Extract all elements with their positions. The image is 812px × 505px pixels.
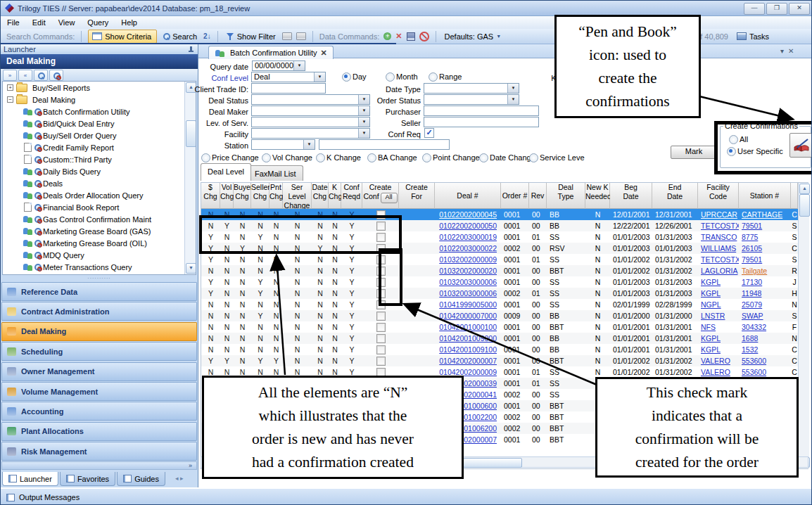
grid-row[interactable]: NNNNNNNNY01042001009100000100BBN01/01/20… [201, 344, 798, 355]
create-conf-checkbox[interactable] [376, 323, 386, 332]
expand-icon[interactable]: + [7, 84, 13, 91]
sidebar-section-volume-management[interactable]: Volume Management [1, 382, 197, 401]
facility-combo[interactable]: ▼ [251, 128, 370, 139]
column-header-vol-chg[interactable]: VolChg [220, 183, 234, 209]
search-button[interactable]: Search [161, 32, 199, 41]
grid-row[interactable]: YNNYNNNNY01032003000006000201SSN01/01/20… [201, 288, 798, 299]
column-header-deal-[interactable]: Deal # [435, 183, 501, 209]
scroll-thumb[interactable] [463, 458, 522, 468]
tree-item-batch-confirmation-utility[interactable]: Batch Confirmation Utility [3, 106, 196, 117]
create-conf-checkbox[interactable] [376, 357, 386, 366]
tree-item-financial-book-report[interactable]: Financial Book Report [3, 201, 196, 213]
print-icon[interactable] [282, 32, 292, 40]
column-header-buyer-chg[interactable]: BuyerChg [234, 183, 251, 209]
delete-record-icon[interactable]: ✕ [395, 32, 402, 41]
sidebar-section-contract-administration[interactable]: Contract Administration [1, 302, 197, 321]
radio-k-change[interactable] [316, 153, 325, 162]
tasks-button[interactable]: Tasks [749, 32, 769, 41]
tree-item-daily-bids-query[interactable]: Daily Bids Query [3, 165, 196, 177]
sidebar-section-owner-management[interactable]: Owner Management [1, 362, 197, 381]
collapse-icon[interactable]: − [7, 96, 13, 103]
minimize-button[interactable]: — [744, 3, 765, 15]
sidebar-section-plant-allocations[interactable]: Plant Allocations [1, 422, 197, 441]
grid-row[interactable]: NNNNNNNNY01041999005000000100SSN02/01/19… [201, 299, 798, 310]
seller-input[interactable] [424, 117, 539, 127]
tab-batch-confirmation-utility[interactable]: Batch Confirmation Utility ✕ [208, 46, 334, 59]
pin-icon[interactable] [189, 46, 194, 53]
sidebar-tab-guides[interactable]: Guides [117, 472, 165, 486]
radio-range[interactable] [429, 72, 438, 82]
select-all-button[interactable]: All [381, 193, 398, 203]
output-messages-bar[interactable]: Output Messages [1, 487, 812, 505]
radio-day[interactable] [342, 72, 351, 82]
subtab-faxmail-list[interactable]: FaxMail List [248, 165, 303, 181]
tree-item-deal-making[interactable]: −Deal Making [3, 94, 196, 106]
close-tab-icon[interactable]: ✕ [321, 49, 327, 58]
tree-item-marketing-grease-board-gas-[interactable]: Marketing Grease Board (GAS) [3, 225, 196, 237]
dropdown-icon[interactable]: ▼ [293, 61, 305, 70]
lev-of-serv-combo[interactable]: ▼ [251, 117, 370, 127]
sidebar-overflow-chevron[interactable]: » [1, 461, 197, 470]
create-conf-checkbox[interactable] [376, 334, 386, 343]
dropdown-icon[interactable]: ▼ [507, 95, 519, 104]
tree-item-custom-third-party[interactable]: Custom::Third Party [3, 153, 196, 165]
purchaser-input[interactable] [424, 106, 539, 116]
grid-row[interactable]: NNNNNNNNY01032002000020000100BBTN01/01/2… [201, 265, 798, 276]
deal-status-combo[interactable]: ▼ [251, 94, 370, 105]
dropdown-icon[interactable]: ▼ [314, 72, 325, 82]
tree-item-credit-family-report[interactable]: Credit Family Report [3, 141, 196, 153]
defaults-dropdown[interactable]: Defaults: GAS ▼ [443, 32, 504, 41]
mark-button[interactable]: Mark [671, 146, 717, 159]
tab-scroll-arrows[interactable]: ◂ ▸ [175, 475, 184, 482]
column-header-rev-[interactable]: Rev # [529, 183, 547, 209]
panel-controls[interactable]: ▾✕ [780, 47, 804, 55]
column-header-beg-date[interactable]: BegDate [610, 183, 652, 209]
deal-maker-combo[interactable]: ▼ [251, 106, 370, 116]
dropdown-icon[interactable]: ▼ [303, 140, 315, 149]
grid-row[interactable]: YNNYNNNNY01032003000006000100SSN01/01/20… [201, 276, 798, 288]
column-header-facility-code[interactable]: FacilityCode [698, 183, 739, 209]
grid-row[interactable]: NNNYNNNNY01042000007000000900BBN01/01/20… [201, 310, 798, 321]
sidebar-tab-favorites[interactable]: Favorites [60, 472, 115, 486]
tree-item-buy-sell-reports[interactable]: +Buy/Sell Reports [3, 82, 196, 94]
tree-item-marketing-grease-board-oil-[interactable]: Marketing Grease Board (OIL) [3, 237, 196, 249]
client-trade-id-input[interactable] [251, 83, 326, 94]
sidebar-section-deal-making[interactable]: Deal Making [1, 322, 197, 341]
tree-item-deals[interactable]: Deals [3, 177, 196, 189]
add-record-icon[interactable]: + [383, 32, 391, 40]
cancel-icon[interactable] [419, 32, 429, 41]
grid-row[interactable]: NNNNNNNNY01042001000100000100BBTN01/01/2… [201, 321, 798, 333]
radio-price-change[interactable] [201, 153, 210, 162]
tree-search-button[interactable] [34, 70, 48, 81]
column-header-date-chg[interactable]: DateChg [312, 183, 329, 209]
column-header-pnt-chg[interactable]: PntChg [269, 183, 283, 209]
menu-help[interactable]: Help [115, 16, 144, 29]
save-icon[interactable] [407, 32, 415, 41]
expand-all-button[interactable]: « [18, 70, 32, 81]
sort-icon[interactable]: 2↓ [203, 32, 211, 40]
scroll-up-icon[interactable]: ▲ [799, 184, 810, 194]
menu-file[interactable]: File [1, 16, 26, 29]
tree-search-clear-button[interactable] [49, 70, 63, 81]
radio-vol-change[interactable] [262, 153, 271, 162]
grid-row[interactable]: YNNNNNNNY01032002000009000101SSN01/01/20… [201, 254, 798, 265]
menu-edit[interactable]: Edit [26, 16, 52, 29]
print-preview-icon[interactable] [296, 32, 306, 40]
sidebar-section-scheduling[interactable]: Scheduling [1, 342, 197, 361]
column-header-order-[interactable]: Order # [501, 183, 529, 209]
grid-vertical-scrollbar[interactable]: ▲ ▼ [798, 183, 809, 468]
conf-level-combo[interactable]: Deal▼ [251, 72, 326, 82]
scroll-down-icon[interactable]: ▼ [186, 263, 196, 274]
show-filter-button[interactable]: Show Filter [224, 32, 278, 41]
order-status-combo[interactable]: ▼ [424, 94, 519, 105]
column-header-new-k-needed[interactable]: New KNeeded [585, 183, 610, 209]
date-type-combo[interactable]: ▼ [424, 83, 519, 94]
station-combo[interactable]: ▼ [251, 139, 315, 150]
column-header-k-chg[interactable]: KChg [329, 183, 341, 209]
create-conf-checkbox[interactable] [376, 345, 386, 354]
restore-button[interactable]: ❐ [766, 3, 787, 15]
column-header--chg[interactable]: $Chg [201, 183, 220, 209]
column-header-deal-type[interactable]: DealType [547, 183, 585, 209]
station-input[interactable] [319, 139, 450, 150]
sidebar-section-accounting[interactable]: Accounting [1, 402, 197, 421]
